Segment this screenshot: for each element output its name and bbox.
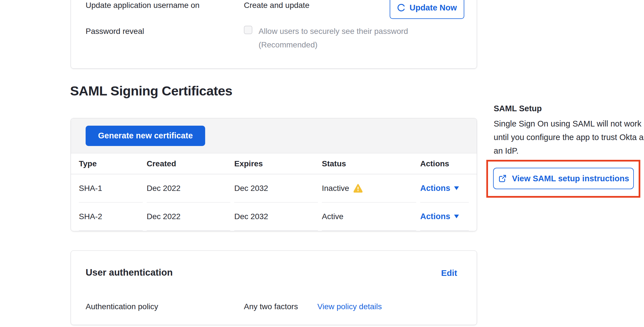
view-policy-details-link[interactable]: View policy details [317, 302, 382, 311]
saml-setup-heading: SAML Setup [494, 104, 542, 113]
column-header-type: Type [79, 153, 143, 174]
caret-down-icon [454, 215, 459, 218]
page-title: SAML Signing Certificates [70, 83, 232, 99]
generate-certificate-button[interactable]: Generate new certificate [86, 126, 205, 146]
status-text: Active [322, 212, 343, 221]
cert-created: Dec 2022 [147, 174, 230, 202]
column-header-status: Status [322, 153, 416, 174]
annotation-highlight-box: View SAML setup instructions [486, 160, 640, 198]
status-text: Inactive [322, 184, 349, 193]
edit-link[interactable]: Edit [441, 268, 457, 278]
actions-label: Actions [420, 212, 450, 221]
username-update-label: Update application username on [86, 1, 200, 10]
certificates-table-header: Type Created Expires Status Actions [71, 153, 477, 174]
authentication-policy-value: Any two factors [244, 302, 298, 311]
app-settings-panel: Update application username on Create an… [71, 0, 477, 69]
actions-dropdown[interactable]: Actions [420, 184, 459, 193]
view-saml-setup-instructions-label: View SAML setup instructions [512, 174, 629, 183]
update-now-label: Update Now [409, 3, 457, 12]
column-header-created: Created [147, 153, 230, 174]
warning-icon [353, 184, 363, 193]
external-link-icon [498, 174, 507, 183]
update-now-button[interactable]: Update Now [390, 0, 464, 19]
certificates-toolbar: Generate new certificate [71, 118, 477, 153]
cert-type: SHA-2 [79, 202, 143, 231]
username-update-value: Create and update [244, 1, 309, 10]
user-authentication-panel: User authentication Edit Authentication … [71, 250, 477, 325]
actions-dropdown[interactable]: Actions [420, 212, 459, 221]
cert-type: SHA-1 [79, 174, 143, 202]
caret-down-icon [454, 186, 459, 190]
cert-expires: Dec 2032 [234, 202, 318, 231]
user-authentication-heading: User authentication [86, 267, 173, 278]
refresh-icon [397, 3, 406, 12]
password-reveal-checkbox-label: Allow users to securely see their passwo… [259, 27, 408, 36]
column-header-actions: Actions [420, 153, 469, 174]
password-reveal-checkbox[interactable] [244, 26, 252, 34]
saml-certificates-panel: Generate new certificate Type Created Ex… [71, 118, 477, 231]
certificate-row-sha1: SHA-1 Dec 2022 Dec 2032 Inactive Actions [71, 174, 477, 202]
certificate-row-sha2: SHA-2 Dec 2022 Dec 2032 Active Actions [71, 202, 477, 231]
cert-expires: Dec 2032 [234, 174, 318, 202]
column-header-expires: Expires [234, 153, 318, 174]
cert-created: Dec 2022 [147, 202, 230, 231]
actions-label: Actions [420, 184, 450, 193]
saml-setup-description: Single Sign On using SAML will not work … [494, 117, 644, 158]
password-reveal-label: Password reveal [86, 27, 144, 36]
view-saml-setup-instructions-button[interactable]: View SAML setup instructions [493, 168, 634, 189]
authentication-policy-label: Authentication policy [86, 302, 158, 311]
password-reveal-recommended-label: (Recommended) [259, 40, 318, 49]
